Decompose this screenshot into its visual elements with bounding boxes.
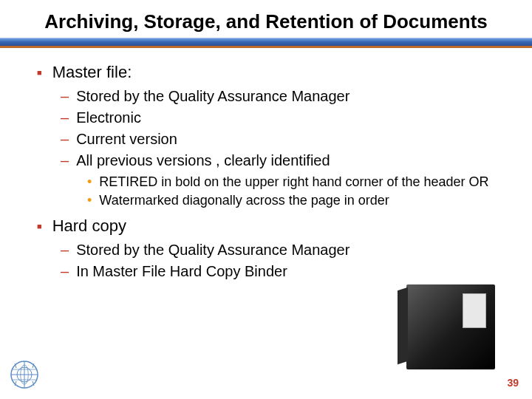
- dash-bullet-icon: –: [61, 86, 69, 106]
- dash-bullet-icon: –: [61, 151, 69, 170]
- title-area: Archiving, Storage, and Retention of Doc…: [0, 0, 532, 38]
- list-item: ■ Master file: – Stored by the Quality A…: [37, 61, 510, 209]
- l2-text: Stored by the Quality Assurance Manager: [76, 86, 349, 106]
- list-item: – Stored by the Quality Assurance Manage…: [61, 86, 510, 106]
- l2-text: Current version: [76, 129, 177, 149]
- dash-bullet-icon: –: [61, 262, 69, 281]
- bullet-list-level3: • RETIRED in bold on the upper right han…: [87, 174, 510, 210]
- l1-text: Hard copy: [52, 215, 126, 237]
- dot-bullet-icon: •: [87, 192, 92, 209]
- l2-text: All previous versions , clearly identifi…: [76, 151, 330, 171]
- square-bullet-icon: ■: [37, 68, 42, 77]
- list-item: – Electronic: [61, 108, 510, 128]
- slide-title: Archiving, Storage, and Retention of Doc…: [30, 10, 502, 33]
- list-item: – Stored by the Quality Assurance Manage…: [61, 240, 510, 260]
- square-bullet-icon: ■: [37, 222, 42, 231]
- list-item: – All previous versions , clearly identi…: [61, 151, 510, 171]
- list-item: – In Master File Hard Copy Binder: [61, 262, 510, 282]
- list-item: • RETIRED in bold on the upper right han…: [87, 174, 510, 191]
- bullet-list-level1: ■ Master file: – Stored by the Quality A…: [37, 61, 510, 282]
- list-item: • Watermarked diagonally across the page…: [87, 192, 510, 209]
- dash-bullet-icon: –: [61, 240, 69, 259]
- l3-text: Watermarked diagonally across the page i…: [99, 192, 389, 209]
- title-underline-bar: [0, 38, 532, 48]
- l2-text: Stored by the Quality Assurance Manager: [76, 240, 349, 260]
- list-item: ■ Hard copy – Stored by the Quality Assu…: [37, 215, 510, 282]
- bullet-list-level2: – Stored by the Quality Assurance Manage…: [61, 240, 510, 282]
- dash-bullet-icon: –: [61, 129, 69, 149]
- binder-image-icon: [406, 284, 495, 369]
- l2-text: In Master File Hard Copy Binder: [76, 262, 287, 282]
- content-area: ■ Master file: – Stored by the Quality A…: [0, 61, 532, 282]
- l2-text: Electronic: [76, 108, 141, 128]
- bullet-list-level2: – Stored by the Quality Assurance Manage…: [61, 86, 510, 171]
- dot-bullet-icon: •: [87, 174, 92, 191]
- page-number: 39: [507, 377, 519, 389]
- l1-text: Master file:: [52, 61, 132, 83]
- l3-text: RETIRED in bold on the upper right hand …: [99, 174, 488, 191]
- list-item: – Current version: [61, 129, 510, 149]
- who-logo-icon: [9, 359, 40, 390]
- dash-bullet-icon: –: [61, 108, 69, 127]
